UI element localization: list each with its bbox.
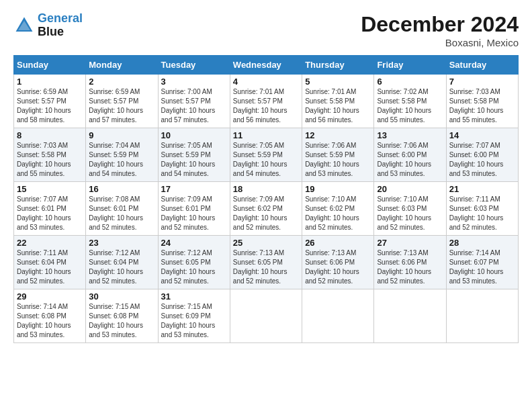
day-number: 20 xyxy=(377,184,443,194)
day-cell: 12 Sunrise: 7:06 AM Sunset: 5:59 PM Dayl… xyxy=(302,128,374,182)
day-number: 22 xyxy=(17,238,83,248)
day-cell: 25 Sunrise: 7:13 AM Sunset: 6:05 PM Dayl… xyxy=(230,236,302,289)
day-cell: 10 Sunrise: 7:05 AM Sunset: 5:59 PM Dayl… xyxy=(158,128,230,182)
day-detail: Sunrise: 7:10 AM Sunset: 6:02 PM Dayligh… xyxy=(305,195,371,232)
day-cell xyxy=(446,289,518,343)
day-detail: Sunrise: 7:05 AM Sunset: 5:59 PM Dayligh… xyxy=(233,141,299,179)
day-cell: 9 Sunrise: 7:04 AM Sunset: 5:59 PM Dayli… xyxy=(86,128,158,182)
day-cell: 21 Sunrise: 7:11 AM Sunset: 6:03 PM Dayl… xyxy=(446,182,518,236)
day-detail: Sunrise: 7:12 AM Sunset: 6:05 PM Dayligh… xyxy=(161,248,227,286)
header-cell-tuesday: Tuesday xyxy=(158,56,230,75)
day-detail: Sunrise: 7:12 AM Sunset: 6:04 PM Dayligh… xyxy=(89,248,154,286)
day-cell: 1 Sunrise: 6:59 AM Sunset: 5:57 PM Dayli… xyxy=(14,75,86,128)
day-detail: Sunrise: 7:15 AM Sunset: 6:09 PM Dayligh… xyxy=(161,302,227,340)
week-row-3: 15 Sunrise: 7:07 AM Sunset: 6:01 PM Dayl… xyxy=(14,182,519,236)
day-cell xyxy=(230,289,302,343)
day-number: 16 xyxy=(89,184,154,194)
day-number: 25 xyxy=(233,238,299,248)
day-number: 3 xyxy=(161,77,227,87)
logo-text: GeneralBlue xyxy=(38,12,83,39)
location: Boxasni, Mexico xyxy=(361,37,519,48)
day-number: 14 xyxy=(449,130,515,140)
page-container: GeneralBlue December 2024 Boxasni, Mexic… xyxy=(0,0,532,350)
day-cell: 8 Sunrise: 7:03 AM Sunset: 5:58 PM Dayli… xyxy=(14,128,86,182)
header-cell-saturday: Saturday xyxy=(446,56,518,75)
header-row: SundayMondayTuesdayWednesdayThursdayFrid… xyxy=(14,56,519,75)
day-cell: 17 Sunrise: 7:09 AM Sunset: 6:01 PM Dayl… xyxy=(158,182,230,236)
day-cell: 18 Sunrise: 7:09 AM Sunset: 6:02 PM Dayl… xyxy=(230,182,302,236)
day-detail: Sunrise: 7:00 AM Sunset: 5:57 PM Dayligh… xyxy=(161,87,227,125)
day-cell: 29 Sunrise: 7:14 AM Sunset: 6:08 PM Dayl… xyxy=(14,289,86,343)
header-cell-sunday: Sunday xyxy=(14,56,86,75)
week-row-4: 22 Sunrise: 7:11 AM Sunset: 6:04 PM Dayl… xyxy=(14,236,519,289)
day-detail: Sunrise: 7:13 AM Sunset: 6:06 PM Dayligh… xyxy=(305,248,371,286)
day-detail: Sunrise: 7:09 AM Sunset: 6:01 PM Dayligh… xyxy=(161,195,227,232)
day-number: 31 xyxy=(161,291,227,302)
day-number: 1 xyxy=(17,77,83,87)
day-detail: Sunrise: 7:10 AM Sunset: 6:03 PM Dayligh… xyxy=(377,195,443,232)
day-cell: 24 Sunrise: 7:12 AM Sunset: 6:05 PM Dayl… xyxy=(158,236,230,289)
day-detail: Sunrise: 7:04 AM Sunset: 5:59 PM Dayligh… xyxy=(89,141,154,179)
day-number: 18 xyxy=(233,184,299,194)
day-detail: Sunrise: 7:01 AM Sunset: 5:58 PM Dayligh… xyxy=(305,87,371,125)
day-cell: 22 Sunrise: 7:11 AM Sunset: 6:04 PM Dayl… xyxy=(14,236,86,289)
day-number: 12 xyxy=(305,130,371,140)
day-number: 13 xyxy=(377,130,443,140)
day-cell xyxy=(374,289,446,343)
week-row-5: 29 Sunrise: 7:14 AM Sunset: 6:08 PM Dayl… xyxy=(14,289,519,343)
day-detail: Sunrise: 7:11 AM Sunset: 6:03 PM Dayligh… xyxy=(449,195,515,232)
day-number: 6 xyxy=(377,77,443,87)
logo-icon xyxy=(13,15,35,36)
week-row-1: 1 Sunrise: 6:59 AM Sunset: 5:57 PM Dayli… xyxy=(14,75,519,128)
day-detail: Sunrise: 7:08 AM Sunset: 6:01 PM Dayligh… xyxy=(89,195,154,232)
day-number: 23 xyxy=(89,238,154,248)
day-detail: Sunrise: 7:07 AM Sunset: 6:01 PM Dayligh… xyxy=(17,195,83,232)
day-detail: Sunrise: 7:01 AM Sunset: 5:57 PM Dayligh… xyxy=(233,87,299,125)
day-number: 2 xyxy=(89,77,154,87)
month-title: December 2024 xyxy=(361,12,519,37)
day-cell: 19 Sunrise: 7:10 AM Sunset: 6:02 PM Dayl… xyxy=(302,182,374,236)
day-detail: Sunrise: 6:59 AM Sunset: 5:57 PM Dayligh… xyxy=(17,87,83,125)
day-cell: 7 Sunrise: 7:03 AM Sunset: 5:58 PM Dayli… xyxy=(446,75,518,128)
day-cell: 3 Sunrise: 7:00 AM Sunset: 5:57 PM Dayli… xyxy=(158,75,230,128)
day-cell xyxy=(302,289,374,343)
day-detail: Sunrise: 6:59 AM Sunset: 5:57 PM Dayligh… xyxy=(89,87,154,125)
day-cell: 27 Sunrise: 7:13 AM Sunset: 6:06 PM Dayl… xyxy=(374,236,446,289)
day-detail: Sunrise: 7:13 AM Sunset: 6:05 PM Dayligh… xyxy=(233,248,299,286)
header-cell-monday: Monday xyxy=(86,56,158,75)
day-cell: 28 Sunrise: 7:14 AM Sunset: 6:07 PM Dayl… xyxy=(446,236,518,289)
header-cell-thursday: Thursday xyxy=(302,56,374,75)
day-detail: Sunrise: 7:11 AM Sunset: 6:04 PM Dayligh… xyxy=(17,248,83,286)
day-detail: Sunrise: 7:14 AM Sunset: 6:08 PM Dayligh… xyxy=(17,302,83,340)
day-cell: 20 Sunrise: 7:10 AM Sunset: 6:03 PM Dayl… xyxy=(374,182,446,236)
day-number: 27 xyxy=(377,238,443,248)
day-number: 29 xyxy=(17,291,83,302)
day-number: 10 xyxy=(161,130,227,140)
header-cell-wednesday: Wednesday xyxy=(230,56,302,75)
day-detail: Sunrise: 7:13 AM Sunset: 6:06 PM Dayligh… xyxy=(377,248,443,286)
day-detail: Sunrise: 7:06 AM Sunset: 6:00 PM Dayligh… xyxy=(377,141,443,179)
day-detail: Sunrise: 7:05 AM Sunset: 5:59 PM Dayligh… xyxy=(161,141,227,179)
day-number: 26 xyxy=(305,238,371,248)
page-header: GeneralBlue December 2024 Boxasni, Mexic… xyxy=(13,12,519,48)
day-cell: 23 Sunrise: 7:12 AM Sunset: 6:04 PM Dayl… xyxy=(86,236,158,289)
day-cell: 31 Sunrise: 7:15 AM Sunset: 6:09 PM Dayl… xyxy=(158,289,230,343)
day-cell: 13 Sunrise: 7:06 AM Sunset: 6:00 PM Dayl… xyxy=(374,128,446,182)
day-cell: 15 Sunrise: 7:07 AM Sunset: 6:01 PM Dayl… xyxy=(14,182,86,236)
day-detail: Sunrise: 7:03 AM Sunset: 5:58 PM Dayligh… xyxy=(17,141,83,179)
day-number: 4 xyxy=(233,77,299,87)
calendar-table: SundayMondayTuesdayWednesdayThursdayFrid… xyxy=(13,55,519,343)
title-block: December 2024 Boxasni, Mexico xyxy=(361,12,519,48)
day-detail: Sunrise: 7:03 AM Sunset: 5:58 PM Dayligh… xyxy=(449,87,515,125)
day-number: 8 xyxy=(17,130,83,140)
day-cell: 11 Sunrise: 7:05 AM Sunset: 5:59 PM Dayl… xyxy=(230,128,302,182)
day-cell: 30 Sunrise: 7:15 AM Sunset: 6:08 PM Dayl… xyxy=(86,289,158,343)
day-number: 21 xyxy=(449,184,515,194)
day-cell: 2 Sunrise: 6:59 AM Sunset: 5:57 PM Dayli… xyxy=(86,75,158,128)
day-number: 15 xyxy=(17,184,83,194)
day-cell: 5 Sunrise: 7:01 AM Sunset: 5:58 PM Dayli… xyxy=(302,75,374,128)
week-row-2: 8 Sunrise: 7:03 AM Sunset: 5:58 PM Dayli… xyxy=(14,128,519,182)
day-detail: Sunrise: 7:09 AM Sunset: 6:02 PM Dayligh… xyxy=(233,195,299,232)
day-number: 28 xyxy=(449,238,515,248)
day-detail: Sunrise: 7:06 AM Sunset: 5:59 PM Dayligh… xyxy=(305,141,371,179)
